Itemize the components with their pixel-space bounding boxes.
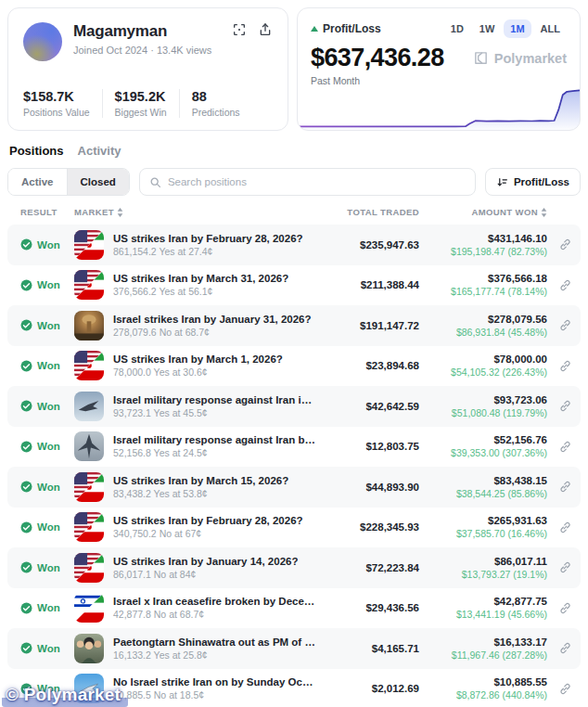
table-row[interactable]: Won US strikes Iran by January 14, 2026?… — [7, 547, 581, 588]
market-position-detail: 78,000.0 Yes at 30.6¢ — [113, 366, 283, 378]
profit-value: $165,177.74 (78.14%) — [419, 286, 547, 297]
table-row[interactable]: Won Israel military response against Ira… — [7, 386, 581, 427]
us-iran-flags-image — [74, 472, 104, 502]
profit-value: $195,198.47 (82.73%) — [419, 246, 547, 257]
table-row[interactable]: Won Israel strikes Iran by January 31, 2… — [7, 305, 581, 346]
table-row[interactable]: Won US strikes Iran by February 28, 2026… — [7, 225, 581, 265]
amount-won-value: $265,931.63 — [419, 515, 547, 526]
total-traded-value: $228,345.93 — [315, 521, 419, 533]
market-position-detail: 42,877.8 No at 68.7¢ — [113, 609, 315, 620]
amount-won-cell: $278,079.56 $86,931.84 (45.48%) — [419, 314, 547, 338]
tab-activity[interactable]: Activity — [78, 144, 121, 158]
amount-won-value: $78,000.00 — [419, 354, 547, 365]
market-cell[interactable]: Israel military response against Iran by… — [74, 431, 315, 461]
table-row[interactable]: Won Paetongtarn Shinawatra out as PM of … — [7, 628, 581, 669]
market-cell[interactable]: US strikes Iran by March 31, 2026? 376,5… — [74, 270, 315, 300]
range-selector: 1D 1W 1M ALL — [444, 19, 567, 38]
result-cell: Won — [20, 441, 74, 453]
amount-won-value: $83,438.15 — [419, 475, 547, 486]
total-traded-value: $235,947.63 — [315, 239, 419, 251]
share-icon[interactable] — [258, 22, 273, 37]
amount-won-value: $86,017.11 — [419, 556, 547, 567]
header-result[interactable]: RESULT — [20, 207, 74, 217]
link-icon[interactable] — [559, 481, 571, 493]
header-market[interactable]: MARKET — [74, 207, 315, 217]
table-row[interactable]: Won US strikes Iran by March 1, 2026? 78… — [7, 346, 581, 387]
result-label: Won — [37, 360, 60, 371]
market-title[interactable]: US strikes Iran by February 28, 2026? — [113, 515, 303, 526]
table-row[interactable]: Won US strikes Iran by February 28, 2026… — [7, 508, 581, 548]
table-row[interactable]: Won Israel military response against Ira… — [7, 427, 581, 468]
market-cell[interactable]: Israel x Iran ceasefire broken by Decemb… — [74, 593, 315, 623]
result-label: Won — [37, 602, 60, 613]
link-icon[interactable] — [559, 521, 571, 533]
amount-won-value: $93,723.06 — [419, 394, 547, 405]
market-cell[interactable]: US strikes Iran by March 15, 2026? 83,43… — [74, 472, 315, 502]
pnl-chart — [298, 84, 580, 130]
header-total-traded[interactable]: TOTAL TRADED — [315, 207, 419, 217]
total-traded-value: $12,803.75 — [315, 441, 419, 452]
table-row[interactable]: Won Israel x Iran ceasefire broken by De… — [7, 588, 581, 629]
profit-value: $37,585.70 (16.46%) — [419, 528, 547, 539]
market-title[interactable]: US strikes Iran by January 14, 2026? — [113, 556, 298, 567]
search-box[interactable] — [139, 168, 476, 196]
market-title[interactable]: US strikes Iran by March 1, 2026? — [113, 354, 283, 365]
range-all[interactable]: ALL — [534, 19, 567, 38]
link-icon[interactable] — [559, 238, 571, 251]
market-title[interactable]: US strikes Iran by February 28, 2026? — [113, 233, 303, 244]
amount-won-cell: $431,146.10 $195,198.47 (82.73%) — [419, 233, 547, 257]
scan-icon[interactable] — [232, 22, 247, 37]
market-cell[interactable]: US strikes Iran by March 1, 2026? 78,000… — [74, 351, 315, 380]
market-title[interactable]: US strikes Iran by March 15, 2026? — [113, 475, 288, 486]
header-cards: Magamyman Joined Oct 2024 · 13.4K views … — [0, 0, 588, 131]
profit-loss-sort-button[interactable]: Profit/Loss — [485, 168, 581, 196]
market-title[interactable]: Israel military response against Iran in… — [113, 394, 315, 405]
positions-controls: Active Closed Profit/Loss — [0, 158, 588, 196]
won-check-icon — [20, 360, 32, 372]
market-title[interactable]: Israel strikes Iran by January 31, 2026? — [113, 314, 312, 325]
table-row[interactable]: Won US strikes Iran by March 15, 2026? 8… — [7, 467, 581, 508]
paetongtarn-photo-image — [74, 634, 104, 663]
result-label: Won — [37, 482, 60, 493]
market-position-detail: 278,079.6 No at 68.7¢ — [113, 327, 312, 338]
market-title[interactable]: No Israel strike Iran on by Sunday Oct 2… — [113, 676, 315, 688]
market-title[interactable]: Israel x Iran ceasefire broken by Decemb… — [113, 596, 315, 607]
link-icon[interactable] — [559, 400, 571, 412]
result-cell: Won — [20, 319, 74, 331]
table-row[interactable]: Won US strikes Iran by March 31, 2026? 3… — [7, 265, 581, 306]
result-cell: Won — [20, 602, 74, 614]
link-icon[interactable] — [559, 279, 571, 291]
profit-value: $54,105.32 (226.43%) — [419, 366, 547, 378]
link-icon[interactable] — [559, 683, 571, 695]
total-traded-value: $191,147.72 — [315, 320, 419, 331]
market-cell[interactable]: Israel military response against Iran in… — [74, 392, 315, 421]
market-cell[interactable]: US strikes Iran by February 28, 2026? 86… — [74, 230, 315, 260]
search-input[interactable] — [168, 176, 466, 187]
link-icon[interactable] — [559, 319, 571, 331]
segment-closed[interactable]: Closed — [67, 169, 129, 195]
profit-value: $11,967.46 (287.28%) — [419, 649, 547, 661]
link-icon[interactable] — [559, 360, 571, 372]
range-1w[interactable]: 1W — [473, 19, 502, 38]
total-traded-value: $23,894.68 — [315, 360, 419, 371]
market-cell[interactable]: Paetongtarn Shinawatra out as PM of Thai… — [74, 634, 315, 663]
won-check-icon — [20, 642, 32, 654]
segment-active[interactable]: Active — [8, 169, 67, 195]
range-1m[interactable]: 1M — [504, 19, 530, 38]
market-cell[interactable]: US strikes Iran by February 28, 2026? 34… — [74, 512, 315, 542]
link-icon[interactable] — [559, 561, 571, 573]
market-cell[interactable]: Israel strikes Iran by January 31, 2026?… — [74, 311, 315, 341]
link-icon[interactable] — [559, 441, 571, 453]
market-cell[interactable]: US strikes Iran by January 14, 2026? 86,… — [74, 553, 315, 583]
header-amount-won[interactable]: AMOUNT WON — [419, 207, 547, 217]
market-title[interactable]: US strikes Iran by March 31, 2026? — [113, 273, 288, 284]
tab-positions[interactable]: Positions — [9, 144, 64, 158]
link-icon[interactable] — [559, 602, 571, 614]
result-label: Won — [37, 401, 60, 412]
link-icon[interactable] — [559, 642, 571, 654]
market-title[interactable]: Paetongtarn Shinawatra out as PM of Thai… — [113, 636, 315, 648]
market-title[interactable]: Israel military response against Iran by… — [113, 434, 315, 445]
search-icon — [149, 176, 161, 188]
stat-predictions: 88 Predictions — [179, 89, 252, 118]
range-1d[interactable]: 1D — [444, 19, 470, 38]
